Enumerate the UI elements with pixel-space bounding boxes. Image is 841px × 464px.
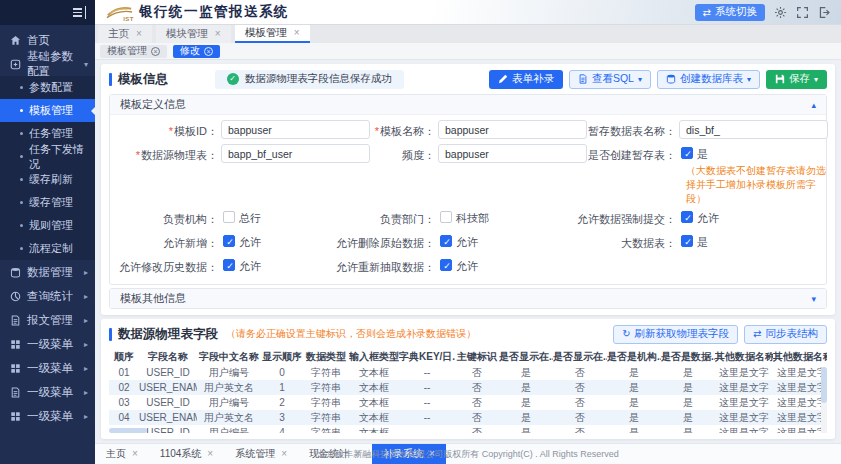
close-tab-icon[interactable] [207, 449, 213, 459]
logo-icon: IST [105, 4, 133, 20]
create-staging-warning: （大数据表不创建暂存表请勿选择并手工增加补录模板所需字段） [686, 162, 826, 207]
sidebar-item-cache-mgmt[interactable]: 缓存管理 [0, 191, 95, 214]
bottom-tab-system-mgmt[interactable]: 系统管理 [224, 444, 298, 464]
sidebar-item-label: 模板管理 [29, 103, 73, 118]
field-label: 是否创建暂存表： [552, 144, 676, 163]
horizontal-scroll-thumb[interactable] [109, 428, 147, 433]
bottom-tab-home[interactable]: 主页 [95, 444, 149, 464]
sidebar-item-label: 首页 [27, 33, 50, 48]
org-checkbox[interactable] [223, 211, 235, 223]
save-button[interactable]: 保存 [766, 70, 827, 89]
table-row[interactable]: 01USER_ID用户编号0字符串文本框--否是否是是这里是文字这里是文字这里是… [109, 365, 827, 380]
breadcrumb-chip-edit[interactable]: 修改 [173, 45, 220, 58]
big-data-table-checkbox[interactable] [681, 235, 693, 247]
fields-table-actions: ↻ 刷新获取物理表字段 ⇄ 同步表结构 [613, 325, 827, 344]
close-circle-icon[interactable] [204, 47, 213, 56]
table-row[interactable]: 03USER_ID用户编号2字符串文本框--否是否是是这里是文字这里是文字这里是… [109, 395, 827, 410]
breadcrumb-chip-template-mgmt[interactable]: 模板管理 [100, 45, 167, 58]
close-tab-icon[interactable] [136, 29, 142, 39]
sidebar-item-level1-menu-4[interactable]: 一级菜单 [0, 404, 95, 428]
sync-structure-button[interactable]: ⇄ 同步表结构 [744, 325, 827, 344]
view-sql-button[interactable]: 查看SQL [569, 70, 651, 89]
close-circle-icon[interactable] [151, 47, 160, 56]
sidebar-item-level1-menu-3[interactable]: 一级菜单 [0, 380, 95, 404]
sidebar-item-param-config[interactable]: 参数配置 [0, 76, 95, 99]
bullet-dot-icon [20, 155, 23, 158]
table-cell: 这里是文字 [715, 395, 773, 410]
sidebar-item-label: 报文管理 [27, 313, 73, 328]
sidebar-item-report-mgmt[interactable]: 报文管理 [0, 308, 95, 332]
table-cell: 03 [109, 395, 139, 410]
bullet-dot-icon [20, 224, 23, 227]
sidebar-item-rule-mgmt[interactable]: 规则管理 [0, 214, 95, 237]
close-tab-icon[interactable] [294, 28, 300, 38]
table-horizontal-scrollbar[interactable] [109, 428, 827, 433]
table-cell: 这里是文字 [715, 380, 773, 395]
table-vertical-scrollbar[interactable] [821, 367, 827, 433]
table-cell: 字符串 [303, 395, 349, 410]
collapse-panel-icon[interactable] [811, 100, 816, 110]
allow-add-checkbox[interactable] [223, 235, 235, 247]
field-frequency: 频度： [335, 144, 552, 206]
refresh-fields-button[interactable]: ↻ 刷新获取物理表字段 [613, 325, 738, 344]
workspace-tab-home[interactable]: 主页 [98, 25, 152, 43]
table-row[interactable]: 02USER_ENAME用户英文名1字符串文本框--否是否是是这里是文字这里是文… [109, 380, 827, 395]
sidebar-item-template-mgmt[interactable]: 模板管理 [0, 99, 95, 122]
sidebar-item-basic-param-config[interactable]: 基础参数配置 [0, 52, 95, 76]
workspace-tab-module-mgmt[interactable]: 模块管理 [156, 25, 231, 43]
sidebar-item-label: 一级菜单 [27, 337, 73, 352]
other-info-panel-header[interactable]: 模板其他信息 [110, 289, 826, 308]
table-row[interactable]: 04USER_ENAME用户英文名3字符串文本框--否是否是是这里是文字这里是文… [109, 410, 827, 425]
create-staging-checkbox[interactable] [681, 147, 693, 159]
sidebar-item-level1-menu-2[interactable]: 一级菜单 [0, 356, 95, 380]
chevron-right-icon [84, 316, 88, 325]
column-header: 数据类型 [303, 349, 349, 365]
tab-label: 主页 [108, 27, 129, 41]
allow-reextract-checkbox[interactable] [440, 259, 452, 271]
chip-label: 模板管理 [107, 44, 147, 58]
bottom-tab-sys-1104[interactable]: 1104系统 [149, 444, 224, 464]
logo-text: IST [123, 16, 134, 22]
workspace-tab-template-mgmt[interactable]: 模板管理 [235, 25, 310, 43]
close-tab-icon[interactable] [215, 29, 221, 39]
table-cell: 文本框 [349, 410, 399, 425]
allow-edit-history-checkbox[interactable] [223, 259, 235, 271]
sidebar-item-query-stats[interactable]: 查询统计 [0, 284, 95, 308]
table-cell: USER_ID [139, 365, 197, 380]
definition-panel-header[interactable]: 模板定义信息 [110, 95, 826, 114]
sidebar-item-level1-menu-1[interactable]: 一级菜单 [0, 332, 95, 356]
chevron-right-icon [84, 364, 88, 373]
chevron-right-icon [84, 292, 88, 301]
close-tab-icon[interactable] [132, 449, 138, 459]
logout-icon[interactable] [818, 6, 831, 19]
sidebar-item-cache-refresh[interactable]: 缓存刷新 [0, 168, 95, 191]
allow-delete-origin-checkbox[interactable] [440, 235, 452, 247]
settings-gear-icon[interactable] [774, 6, 787, 19]
close-tab-icon[interactable] [281, 449, 287, 459]
system-switch-button[interactable]: ⇄ 系统切换 [695, 4, 765, 21]
sidebar-item-task-dispatch-status[interactable]: 任务下发情况 [0, 145, 95, 168]
create-db-table-button[interactable]: 创建数据库表 [657, 70, 760, 89]
sidebar-item-label: 任务管理 [29, 126, 73, 141]
form-supplement-button[interactable]: 表单补录 [489, 70, 563, 89]
column-header: 输入框类型 [349, 349, 399, 365]
sidebar-item-data-mgmt[interactable]: 数据管理 [0, 260, 95, 284]
section-accent-bar [109, 73, 112, 86]
table-cell: 这里是文字 [773, 410, 827, 425]
field-label: 允许删除原始数据： [335, 232, 435, 251]
field-label: 允许数据强制提交： [552, 208, 676, 227]
config-icon [10, 59, 21, 70]
column-header: 主键标识 [455, 349, 499, 365]
collapse-sidebar-icon[interactable] [71, 6, 86, 19]
field-template-id: 模板ID： [118, 120, 335, 142]
success-toast: 数据源物理表字段信息保存成功 [215, 70, 404, 89]
staging-table-name-input[interactable] [679, 120, 828, 139]
table-cell: 02 [109, 380, 139, 395]
dept-checkbox[interactable] [440, 211, 452, 223]
copyright-text: 北京银丰新融科技开发有限公司版权所有 Copyright(C) . All Ri… [317, 448, 619, 461]
vertical-scroll-thumb[interactable] [821, 367, 827, 403]
force-submit-checkbox[interactable] [681, 211, 693, 223]
fullscreen-icon[interactable] [796, 6, 809, 19]
sidebar-item-process-customize[interactable]: 流程定制 [0, 237, 95, 260]
expand-panel-icon[interactable] [811, 294, 816, 304]
